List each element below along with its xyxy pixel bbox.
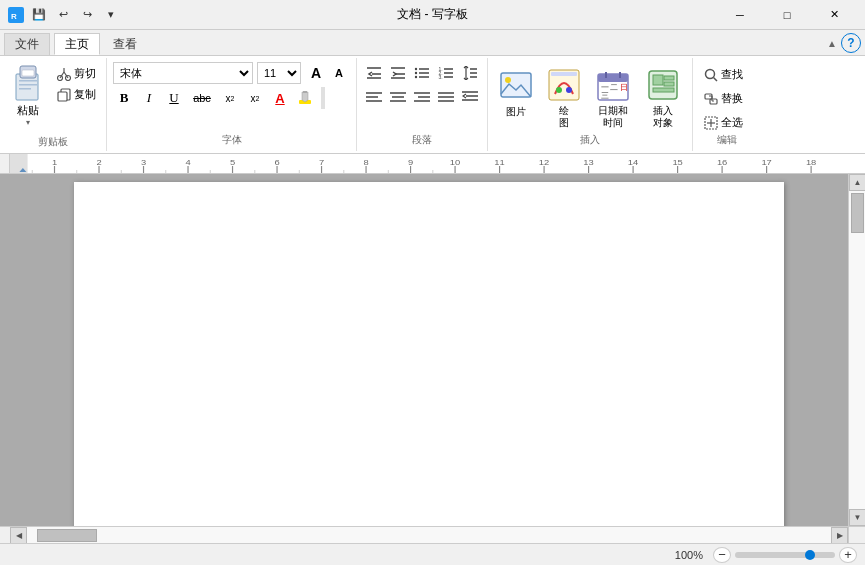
- select-all-btn[interactable]: 全选: [699, 112, 755, 133]
- bold-btn[interactable]: B: [113, 87, 135, 109]
- bullet-list-btn[interactable]: [411, 62, 433, 84]
- svg-text:日: 日: [620, 83, 628, 92]
- superscript-btn[interactable]: x2: [244, 87, 266, 109]
- title-bar: R 💾 ↩ ↪ ▾ 文档 - 写字板 ─ □ ✕: [0, 0, 865, 30]
- paste-dropdown-arrow[interactable]: ▾: [26, 118, 30, 127]
- svg-point-25: [415, 72, 417, 74]
- svg-text:R: R: [11, 12, 17, 21]
- status-bar: 100% − +: [0, 543, 865, 565]
- svg-rect-54: [501, 73, 531, 97]
- insert-group: 图片 绘图: [488, 58, 693, 151]
- h-scroll-track[interactable]: ◀ ▶: [10, 527, 848, 543]
- indent-increase-btn[interactable]: [387, 62, 409, 84]
- svg-text:7: 7: [319, 158, 324, 167]
- italic-btn[interactable]: I: [138, 87, 160, 109]
- tab-file[interactable]: 文件: [4, 33, 50, 55]
- paragraph-group: 1.2.3.: [357, 58, 488, 151]
- corner-left: [0, 527, 10, 543]
- align-right-btn[interactable]: [411, 86, 433, 108]
- highlight-icon: [297, 90, 313, 106]
- svg-text:11: 11: [494, 158, 505, 167]
- replace-icon: [704, 92, 718, 106]
- scroll-down-btn[interactable]: ▼: [849, 509, 865, 526]
- svg-point-73: [706, 69, 715, 78]
- svg-text:3: 3: [141, 158, 146, 167]
- save-quick-btn[interactable]: 💾: [28, 4, 50, 26]
- cut-label: 剪切: [74, 66, 96, 81]
- find-btn[interactable]: 查找: [699, 64, 755, 85]
- line-spacing-btn[interactable]: [459, 62, 481, 84]
- svg-text:1: 1: [52, 158, 57, 167]
- insert-picture-btn[interactable]: 图片: [494, 62, 538, 122]
- vertical-scrollbar[interactable]: ▲ ▼: [848, 174, 865, 526]
- copy-label: 复制: [74, 87, 96, 102]
- find-icon: [704, 68, 718, 82]
- minimize-btn[interactable]: ─: [717, 0, 763, 30]
- indent-decrease-icon: [366, 66, 382, 80]
- paint-icon: [547, 68, 581, 102]
- undo-quick-btn[interactable]: ↩: [52, 4, 74, 26]
- align-center-btn[interactable]: [387, 86, 409, 108]
- svg-text:2: 2: [96, 158, 101, 167]
- insert-datetime-btn[interactable]: 一 三 二 日 日期和时间: [590, 62, 636, 132]
- justify-btn[interactable]: [435, 86, 457, 108]
- scroll-right-btn[interactable]: ▶: [831, 527, 848, 544]
- zoom-in-btn[interactable]: +: [839, 547, 857, 563]
- rtl-icon: [462, 90, 478, 104]
- separator: [321, 87, 325, 109]
- scroll-up-btn[interactable]: ▲: [849, 174, 865, 191]
- zoom-slider-thumb[interactable]: [805, 550, 815, 560]
- page-scroll-area[interactable]: [10, 174, 848, 526]
- scroll-track[interactable]: [849, 191, 865, 509]
- font-size-increase-btn[interactable]: A: [305, 62, 327, 84]
- cut-btn[interactable]: 剪切: [53, 64, 100, 83]
- font-size-decrease-btn[interactable]: A: [328, 62, 350, 84]
- edit-group: 查找 替换 全选 编辑: [693, 58, 761, 151]
- replace-btn[interactable]: 替换: [699, 88, 755, 109]
- font-size-select[interactable]: 11: [257, 62, 301, 84]
- document-editor[interactable]: [74, 182, 784, 526]
- number-list-btn[interactable]: 1.2.3.: [435, 62, 457, 84]
- ribbon-collapse-btn[interactable]: ▲: [827, 38, 837, 49]
- insert-object-btn[interactable]: 插入对象: [640, 62, 686, 132]
- tab-view[interactable]: 查看: [102, 33, 148, 55]
- maximize-btn[interactable]: □: [764, 0, 810, 30]
- highlight-btn[interactable]: [294, 87, 316, 109]
- zoom-percentage: 100%: [675, 549, 703, 561]
- svg-rect-71: [664, 82, 674, 86]
- svg-rect-5: [19, 80, 37, 82]
- paste-btn[interactable]: 粘贴 ▾: [6, 60, 50, 135]
- svg-rect-61: [598, 74, 628, 82]
- tab-home[interactable]: 主页: [54, 33, 100, 55]
- svg-rect-4: [22, 70, 34, 76]
- svg-text:6: 6: [274, 158, 279, 167]
- font-color-btn[interactable]: A: [269, 87, 291, 109]
- quick-access-dropdown[interactable]: ▾: [100, 4, 122, 26]
- insert-paint-btn[interactable]: 绘图: [542, 62, 586, 132]
- subscript-btn[interactable]: x2: [219, 87, 241, 109]
- copy-icon: [57, 88, 71, 102]
- zoom-slider[interactable]: [735, 552, 835, 558]
- number-list-icon: 1.2.3.: [438, 66, 454, 80]
- scroll-thumb[interactable]: [851, 193, 864, 233]
- underline-btn[interactable]: U: [163, 87, 185, 109]
- object-icon: [646, 68, 680, 102]
- copy-btn[interactable]: 复制: [53, 85, 100, 104]
- rtl-btn[interactable]: [459, 86, 481, 108]
- align-left-btn[interactable]: [363, 86, 385, 108]
- close-btn[interactable]: ✕: [811, 0, 857, 30]
- font-family-select[interactable]: 宋体: [113, 62, 253, 84]
- datetime-label: 日期和时间: [598, 105, 628, 129]
- svg-rect-80: [10, 154, 865, 173]
- indent-decrease-btn[interactable]: [363, 62, 385, 84]
- svg-rect-7: [19, 88, 31, 90]
- h-scroll-thumb[interactable]: [37, 529, 97, 542]
- document-page[interactable]: [74, 182, 784, 526]
- scroll-left-btn[interactable]: ◀: [10, 527, 27, 544]
- zoom-out-btn[interactable]: −: [713, 547, 731, 563]
- redo-quick-btn[interactable]: ↪: [76, 4, 98, 26]
- h-scroll-track-inner[interactable]: [27, 527, 831, 543]
- strikethrough-btn[interactable]: abc: [188, 87, 216, 109]
- ruler-svg: /* ruler ticks rendered in CSS */ 1 2 3 …: [10, 154, 865, 173]
- help-btn[interactable]: ?: [841, 33, 861, 53]
